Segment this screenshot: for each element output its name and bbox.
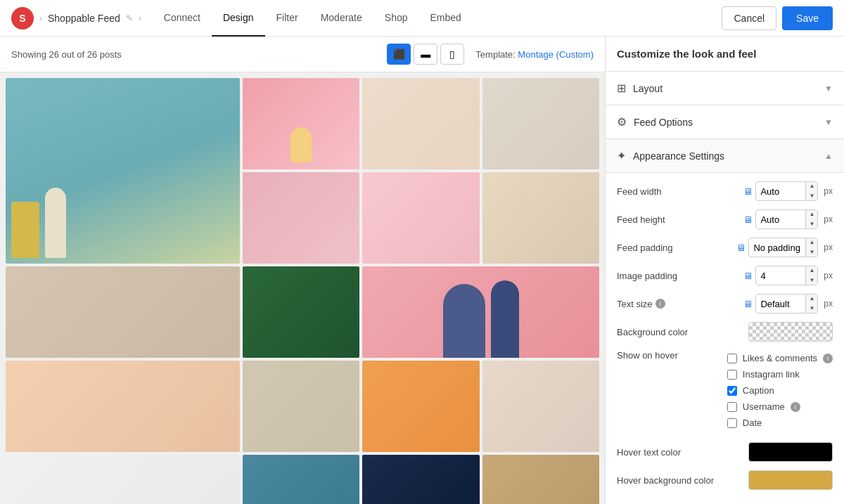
hover-caption-row: Caption [727, 385, 833, 396]
grid-item [6, 361, 240, 452]
panel-title: Customize the look and feel [606, 37, 844, 72]
show-on-hover-text: Show on hover [617, 350, 678, 361]
background-color-picker[interactable] [748, 322, 833, 342]
grid-item [243, 266, 359, 358]
grid-item [482, 361, 599, 452]
feed-padding-down[interactable]: ▼ [806, 247, 817, 257]
photo-grid [0, 72, 605, 504]
text-size-input: ▲ ▼ [755, 294, 818, 314]
grid-item [6, 455, 240, 504]
hover-likes-checkbox[interactable] [727, 354, 737, 363]
feed-width-up[interactable]: ▲ [806, 181, 817, 191]
feed-width-input: ▲ ▼ [755, 181, 818, 201]
feed-width-controls: 🖥 ▲ ▼ px [743, 181, 833, 201]
feed-padding-row: Feed padding 🖥 ▲ ▼ px [617, 238, 833, 257]
hover-options: Likes & comments i Instagram link Captio… [727, 353, 833, 434]
feed-padding-text: Feed padding [617, 243, 673, 253]
text-size-stepper: ▲ ▼ [805, 294, 817, 314]
feed-width-text: Feed width [617, 186, 662, 197]
brand-letter: S [19, 13, 25, 24]
feed-height-up[interactable]: ▲ [806, 209, 817, 219]
hover-username-row: Username i [727, 401, 833, 412]
feed-options-section-header[interactable]: ⚙ Feed Options ▼ [606, 105, 844, 139]
feed-height-label: Feed height [617, 214, 743, 225]
template-label: Template: Montage (Custom) [475, 49, 594, 60]
show-on-hover-label: Show on hover [617, 350, 727, 361]
feed-height-controls: 🖥 ▲ ▼ px [743, 209, 833, 229]
edit-icon[interactable]: ✎ [126, 13, 133, 23]
image-padding-input: ▲ ▼ [755, 266, 818, 285]
feed-padding-label: Feed padding [617, 243, 736, 253]
hover-username-checkbox[interactable] [727, 402, 737, 412]
layout-section-header[interactable]: ⊞ Layout ▼ [606, 72, 844, 105]
desktop-device-btn[interactable]: ⬛ [387, 44, 411, 65]
hover-likes-info-icon: i [823, 354, 833, 363]
hover-text-color-label: Hover text color [617, 447, 748, 458]
grid-item [243, 455, 359, 504]
hover-date-label: Date [743, 418, 762, 428]
top-navigation: S › Shoppable Feed ✎ › Connect Design Fi… [0, 0, 844, 37]
template-link[interactable]: Montage (Custom) [518, 49, 594, 60]
hover-caption-checkbox[interactable] [727, 386, 737, 396]
image-padding-value[interactable] [756, 271, 805, 281]
feed-height-value[interactable] [756, 214, 805, 225]
feed-padding-controls: 🖥 ▲ ▼ px [736, 238, 833, 257]
feed-height-stepper: ▲ ▼ [805, 209, 817, 229]
feed-padding-input: ▲ ▼ [748, 238, 818, 257]
hover-bg-color-picker[interactable] [748, 470, 833, 490]
feed-width-label: Feed width [617, 186, 743, 197]
image-padding-up[interactable]: ▲ [806, 266, 817, 276]
mobile-device-btn[interactable]: ▯ [440, 44, 464, 65]
grid-item [243, 172, 359, 264]
hover-instagram-checkbox[interactable] [727, 370, 737, 380]
feed-options-icon: ⚙ [617, 115, 627, 129]
feed-height-input: ▲ ▼ [755, 209, 818, 229]
save-button[interactable]: Save [782, 6, 833, 30]
tab-shop[interactable]: Shop [373, 0, 419, 37]
hover-bg-color-text: Hover background color [617, 475, 714, 486]
hover-text-color-row: Hover text color [617, 442, 833, 462]
hover-text-color-picker[interactable] [748, 442, 833, 462]
tab-moderate[interactable]: Moderate [309, 0, 373, 37]
cancel-button[interactable]: Cancel [722, 6, 776, 30]
appearance-label: Appearance Settings [633, 150, 824, 162]
feed-height-down[interactable]: ▼ [806, 219, 817, 229]
image-padding-unit: px [824, 271, 833, 280]
text-size-down[interactable]: ▼ [806, 304, 817, 314]
image-padding-down[interactable]: ▼ [806, 276, 817, 285]
hover-username-label: Username [743, 401, 785, 412]
text-size-up[interactable]: ▲ [806, 294, 817, 304]
feed-width-unit: px [824, 186, 833, 196]
brand-logo: S [11, 7, 34, 30]
background-color-label: Background color [617, 327, 748, 337]
image-padding-row: Image padding 🖥 ▲ ▼ px [617, 266, 833, 285]
hover-bg-color-row: Hover background color [617, 470, 833, 490]
grid-item [6, 78, 240, 264]
text-size-label: Text size i [617, 299, 743, 309]
feed-padding-value[interactable] [749, 243, 805, 253]
text-size-unit: px [824, 299, 833, 309]
nav-actions: Cancel Save [722, 6, 833, 30]
tab-connect[interactable]: Connect [153, 0, 212, 37]
appearance-chevron: ▲ [824, 151, 833, 161]
tab-filter[interactable]: Filter [265, 0, 309, 37]
layout-label: Layout [633, 83, 824, 94]
feed-padding-unit: px [824, 243, 833, 252]
text-size-text: Text size [617, 299, 653, 309]
feed-height-text: Feed height [617, 214, 665, 225]
feed-width-value[interactable] [756, 186, 805, 197]
feed-width-down[interactable]: ▼ [806, 191, 817, 201]
appearance-section-header[interactable]: ✦ Appearance Settings ▲ [606, 139, 844, 173]
feed-padding-device-icon: 🖥 [736, 243, 746, 253]
tablet-device-btn[interactable]: ▬ [414, 44, 437, 65]
grid-item [243, 78, 359, 169]
tab-embed[interactable]: Embed [419, 0, 473, 37]
feed-padding-up[interactable]: ▲ [806, 238, 817, 247]
feed-height-device-icon: 🖥 [743, 214, 753, 225]
template-prefix: Template: [475, 49, 515, 60]
text-size-value[interactable] [756, 299, 805, 309]
appearance-icon: ✦ [617, 149, 626, 162]
text-size-controls: 🖥 ▲ ▼ px [743, 294, 833, 314]
hover-date-checkbox[interactable] [727, 418, 737, 428]
tab-design[interactable]: Design [212, 0, 265, 37]
